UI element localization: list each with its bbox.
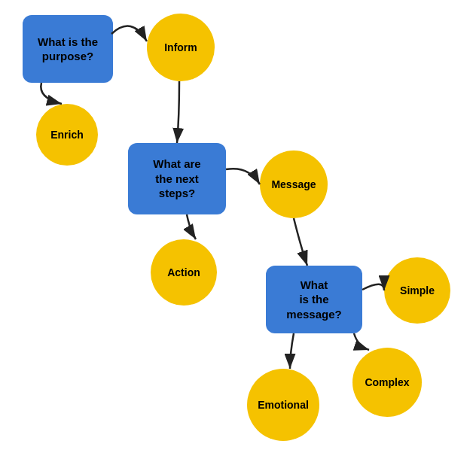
arrow-inform-to-nextsteps [177, 81, 179, 143]
arrow-message-to-messagebox [294, 218, 307, 266]
emotional-circle: Emotional [247, 369, 319, 441]
inform-circle: Inform [147, 14, 215, 81]
purpose-box: What is the purpose? [23, 15, 113, 83]
message-circle: Message [260, 151, 328, 218]
arrow-nextsteps-to-message [226, 169, 260, 184]
message-box: Whatis themessage? [266, 266, 362, 333]
simple-circle: Simple [384, 257, 450, 324]
arrow-purpose-to-inform [111, 26, 147, 41]
arrow-messagebox-to-complex [354, 333, 369, 350]
arrow-purpose-to-enrich [41, 83, 62, 104]
next-steps-box: What arethe nextsteps? [128, 143, 226, 214]
arrow-nextsteps-to-action [187, 214, 196, 239]
action-circle: Action [151, 239, 217, 306]
arrow-messagebox-to-emotional [290, 333, 294, 369]
arrow-messagebox-to-simple [362, 284, 384, 290]
enrich-circle: Enrich [36, 104, 98, 166]
complex-circle: Complex [352, 348, 422, 417]
